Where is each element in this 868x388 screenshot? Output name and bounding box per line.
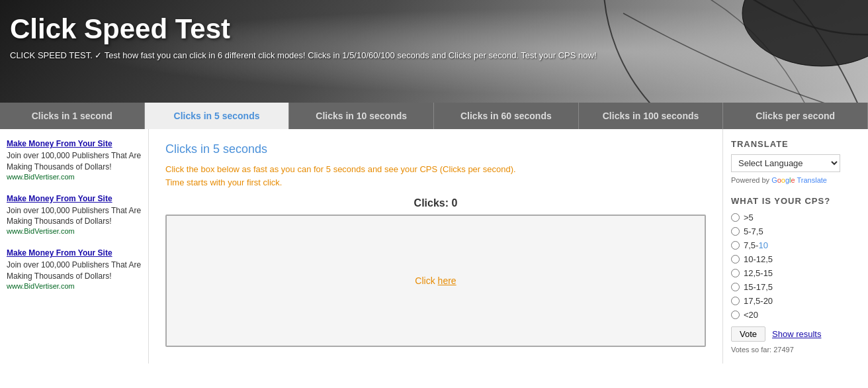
radio-label-highlight-10: 10 <box>758 240 767 250</box>
sidebar-left: Make Money From Your Site Join over 100,… <box>0 129 149 364</box>
main-layout: Make Money From Your Site Join over 100,… <box>0 129 868 364</box>
translate-word: Translate <box>795 176 827 184</box>
ad-link-3[interactable]: Make Money From Your Site <box>7 248 142 258</box>
ad-site-2[interactable]: www.BidVertiser.com <box>7 227 142 235</box>
google-g: G <box>771 176 777 184</box>
tab-10s[interactable]: Clicks in 10 seconds <box>289 103 434 129</box>
ad-body-1: Join over 100,000 Publishers That Are Ma… <box>7 150 142 173</box>
header: Click Speed Test CLICK SPEED TEST. ✓ Tes… <box>0 0 868 103</box>
radio-input-lt20[interactable] <box>731 311 740 319</box>
ad-body-2: Join over 100,000 Publishers That Are Ma… <box>7 205 142 228</box>
ad-link-2[interactable]: Make Money From Your Site <box>7 194 142 203</box>
radio-input-10-12.5[interactable] <box>731 255 740 264</box>
radio-input-gt5[interactable] <box>731 213 740 222</box>
radio-label-gt5: >5 <box>744 213 754 222</box>
radio-input-12.5-15[interactable] <box>731 269 740 277</box>
ad-block-1: Make Money From Your Site Join over 100,… <box>7 139 142 181</box>
language-select[interactable]: Select Language <box>731 154 840 172</box>
ad-site-3[interactable]: www.BidVertiser.com <box>7 282 142 290</box>
ad-block-2: Make Money From Your Site Join over 100,… <box>7 194 142 236</box>
ad-link-1[interactable]: Make Money From Your Site <box>7 139 142 148</box>
tab-60s[interactable]: Clicks in 60 seconds <box>434 103 579 129</box>
vote-button[interactable]: Vote <box>731 326 765 342</box>
radio-label-17.5-20: 17,5-20 <box>744 296 773 306</box>
ad-body-3: Join over 100,000 Publishers That Are Ma… <box>7 260 142 282</box>
radio-input-17.5-20[interactable] <box>731 297 740 305</box>
content-title: Clicks in 5 seconds <box>165 142 706 156</box>
ad-site-1[interactable]: www.BidVertiser.com <box>7 173 142 181</box>
radio-10-12.5: 10-12,5 <box>731 254 860 264</box>
cps-title: WHAT IS YOUR CPS? <box>731 196 860 206</box>
radio-label-12.5-15: 12,5-15 <box>744 268 773 278</box>
powered-by-text: Powered by <box>731 176 771 184</box>
radio-12.5-15: 12,5-15 <box>731 268 860 278</box>
radio-input-15-17.5[interactable] <box>731 283 740 291</box>
radio-label-lt20: <20 <box>744 310 758 320</box>
tab-1s[interactable]: Clicks in 1 second <box>0 103 145 129</box>
tab-100s[interactable]: Clicks in 100 seconds <box>579 103 724 129</box>
instruction-main: Click the box below as fast as you can f… <box>165 164 706 174</box>
radio-7.5-10: 7,5-10 <box>731 240 860 250</box>
instruction-time: Time starts with your first click. <box>165 177 706 187</box>
content-area: Clicks in 5 seconds Click the box below … <box>149 129 722 364</box>
header-description: CLICK SPEED TEST. ✓ Test how fast you ca… <box>10 50 858 60</box>
powered-by: Powered by Google Translate <box>731 176 860 184</box>
ad-block-3: Make Money From Your Site Join over 100,… <box>7 248 142 290</box>
radio-label-10-12.5: 10-12,5 <box>744 254 773 264</box>
radio-input-7.5-10[interactable] <box>731 241 740 250</box>
radio-5-7.5: 5-7,5 <box>731 226 860 236</box>
radio-15-17.5: 15-17,5 <box>731 282 860 292</box>
clicks-counter: Clicks: 0 <box>165 197 706 209</box>
radio-label-5-7.5: 5-7,5 <box>744 226 763 236</box>
translate-title: TRANSLATE <box>731 139 860 149</box>
radio-label-7.5-10: 7,5-10 <box>744 240 768 250</box>
radio-gt5: >5 <box>731 213 860 222</box>
tab-5s[interactable]: Clicks in 5 seconds <box>145 103 290 129</box>
click-box[interactable]: Click here <box>165 215 706 347</box>
radio-17.5-20: 17,5-20 <box>731 296 860 306</box>
radio-lt20: <20 <box>731 310 860 320</box>
tab-cps[interactable]: Clicks per second <box>723 103 868 129</box>
votes-so-far: Votes so far: 27497 <box>731 346 860 354</box>
click-here-link[interactable]: here <box>438 275 456 286</box>
vote-row: Vote Show results <box>731 326 860 342</box>
click-box-label[interactable]: Click here <box>415 275 456 286</box>
show-results-link[interactable]: Show results <box>772 329 821 339</box>
sidebar-right: TRANSLATE Select Language Powered by Goo… <box>722 129 868 364</box>
tabs-bar: Clicks in 1 second Clicks in 5 seconds C… <box>0 103 868 129</box>
radio-label-15-17.5: 15-17,5 <box>744 282 773 292</box>
radio-input-5-7.5[interactable] <box>731 227 740 236</box>
page-title: Click Speed Test <box>10 13 858 45</box>
